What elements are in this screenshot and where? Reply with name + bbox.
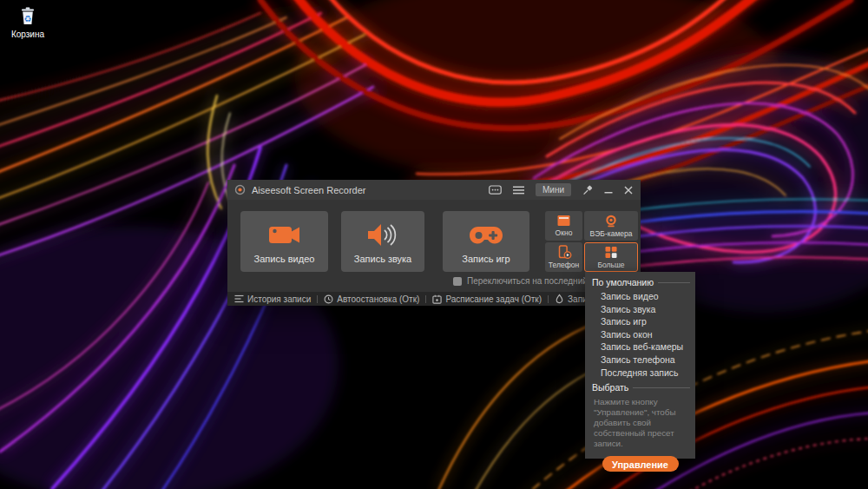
- dropdown-section-select: Выбрать: [585, 379, 695, 393]
- app-logo-icon: [234, 184, 246, 195]
- tile-phone-label: Телефон: [549, 261, 579, 269]
- recycle-bin-label: Корзина: [7, 30, 49, 39]
- window-icon: [556, 215, 571, 227]
- tile-webcam[interactable]: ВЭБ-камера: [584, 211, 638, 241]
- tile-window[interactable]: Окно: [545, 211, 582, 241]
- menu-item-record-webcam[interactable]: Запись веб-камеры: [585, 340, 695, 354]
- record-game-label: Запись игр: [462, 254, 510, 264]
- recycle-bin-icon: ♻: [19, 6, 36, 25]
- section-divider: [633, 387, 690, 388]
- tile-webcam-label: ВЭБ-камера: [590, 229, 633, 238]
- menu-item-record-audio[interactable]: Запись звука: [585, 303, 695, 316]
- menu-icon[interactable]: [513, 186, 524, 195]
- menu-item-record-game[interactable]: Запись игр: [585, 315, 695, 328]
- pin-icon[interactable]: [582, 185, 593, 195]
- auto-stop-button[interactable]: Автоостановка (Отк): [324, 294, 419, 304]
- bottom-toolbar: История записи Автоостановка (Отк) Распи…: [227, 292, 641, 306]
- record-audio-button[interactable]: Запись звука: [341, 211, 424, 272]
- task-schedule-label: Расписание задач (Отк): [445, 294, 542, 304]
- close-icon[interactable]: [624, 186, 633, 195]
- menu-item-last-recording[interactable]: Последняя запись: [585, 367, 695, 380]
- more-dropdown-menu: По умолчанию Запись видео Запись звука З…: [585, 272, 695, 459]
- minimize-icon[interactable]: [604, 186, 613, 195]
- toolbar-separator: [317, 295, 318, 303]
- last-mode-checkbox[interactable]: [453, 277, 462, 286]
- app-window: Aiseesoft Screen Recorder Мини: [227, 180, 641, 306]
- svg-text:♻: ♻: [24, 14, 32, 23]
- recording-history-button[interactable]: История записи: [234, 294, 311, 304]
- manage-button[interactable]: Управление: [602, 456, 679, 472]
- dropdown-section-default: По умолчанию: [585, 272, 695, 287]
- clock-icon: [324, 294, 333, 304]
- speaker-icon: [341, 221, 424, 249]
- record-audio-label: Запись звука: [354, 254, 411, 264]
- menu-item-record-video[interactable]: Запись видео: [585, 290, 695, 303]
- section-divider: [658, 282, 690, 283]
- tile-more[interactable]: Больше: [584, 242, 638, 272]
- phone-icon: [556, 245, 572, 259]
- history-list-icon: [234, 294, 244, 303]
- dropdown-select-header-label: Выбрать: [592, 382, 628, 393]
- dropdown-item-list: Запись видео Запись звука Запись игр Зап…: [585, 290, 695, 379]
- tile-phone[interactable]: Телефон: [545, 242, 582, 272]
- watermark-droplet-icon: [555, 294, 564, 304]
- toolbar-separator: [548, 295, 549, 303]
- gamepad-icon: [443, 221, 529, 249]
- recycle-bin[interactable]: ♻ Корзина: [7, 6, 49, 39]
- record-video-label: Запись видео: [254, 254, 315, 264]
- menu-item-record-window[interactable]: Запись окон: [585, 328, 695, 341]
- video-camera-icon: [240, 221, 328, 249]
- mini-mode-button[interactable]: Мини: [536, 183, 571, 196]
- mode-panel: Окно ВЭБ-камера Телефон: [545, 211, 638, 272]
- titlebar: Aiseesoft Screen Recorder Мини: [227, 180, 641, 200]
- record-video-button[interactable]: Запись видео: [240, 211, 328, 272]
- window-title: Aiseesoft Screen Recorder: [252, 185, 365, 195]
- manage-hint-text: Нажмите кнопку "Управление", чтобы добав…: [594, 397, 688, 449]
- dropdown-default-header-label: По умолчанию: [592, 277, 654, 287]
- auto-stop-label: Автоостановка (Отк): [337, 294, 419, 304]
- webcam-icon: [603, 215, 619, 228]
- recording-history-label: История записи: [247, 294, 311, 304]
- feedback-icon[interactable]: [489, 185, 502, 195]
- more-grid-icon: [604, 246, 618, 259]
- record-game-button[interactable]: Запись игр: [443, 211, 529, 272]
- menu-item-record-phone[interactable]: Запись телефона: [585, 354, 695, 367]
- toolbar-separator: [425, 295, 426, 303]
- tile-window-label: Окно: [556, 228, 573, 237]
- tile-more-label: Больше: [597, 261, 624, 269]
- task-schedule-button[interactable]: Расписание задач (Отк): [432, 294, 542, 304]
- schedule-icon: [432, 294, 442, 304]
